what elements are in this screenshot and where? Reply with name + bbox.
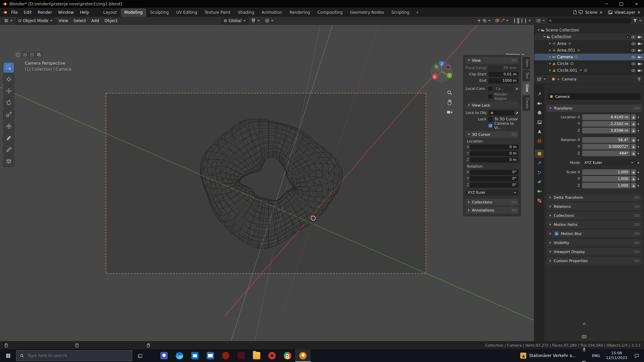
- hide-eye-icon[interactable]: [631, 48, 636, 53]
- shading-material-button[interactable]: [521, 18, 523, 24]
- shading-solid-button[interactable]: [517, 18, 520, 24]
- tool-select-box-button[interactable]: [3, 62, 14, 73]
- close-button[interactable]: ×: [629, 0, 644, 8]
- tool-scale-button[interactable]: [3, 109, 14, 120]
- app-adobe-dark-button[interactable]: [233, 349, 249, 362]
- n-panel-tab-view[interactable]: View: [523, 82, 530, 95]
- outliner-row-area-001[interactable]: Area.001: [534, 47, 644, 54]
- panel-grip[interactable]: [512, 209, 517, 212]
- lock-toggle[interactable]: [631, 121, 636, 127]
- mode-dropdown[interactable]: Object Mode: [16, 17, 55, 24]
- viewport-menu-select[interactable]: Select: [71, 17, 89, 25]
- viewlayer-selector[interactable]: ViewLayer: [614, 10, 636, 15]
- view-lock-header[interactable]: View Lock: [466, 102, 519, 109]
- viewport-3d[interactable]: Camera Perspective (1) Collection | Came…: [0, 25, 534, 341]
- animate-dot[interactable]: [636, 145, 641, 148]
- snap-toggle[interactable]: [249, 17, 262, 24]
- animate-dot[interactable]: [636, 184, 641, 187]
- disclosure-right-icon[interactable]: [548, 62, 552, 65]
- lock-toggle[interactable]: [631, 128, 636, 133]
- section-relations[interactable]: Relations: [546, 203, 642, 210]
- disclosure-right-icon[interactable]: [548, 49, 552, 52]
- gizmo-z-label[interactable]: Z: [441, 62, 443, 66]
- proportional-editing-toggle[interactable]: [263, 17, 276, 24]
- section-checkbox[interactable]: [554, 232, 558, 236]
- disable-render-icon[interactable]: [638, 42, 642, 46]
- lock-toggle[interactable]: [631, 150, 636, 156]
- tool-rotate-button[interactable]: [3, 98, 14, 108]
- unlink-scene-icon[interactable]: [599, 11, 603, 14]
- gizmo-x-label[interactable]: X: [434, 75, 436, 79]
- viewport-menu-add[interactable]: Add: [89, 17, 102, 25]
- lock-to-3d-cursor-checkbox[interactable]: [488, 117, 492, 121]
- workspace-tab-layout[interactable]: Layout: [100, 8, 121, 17]
- disable-render-icon[interactable]: [638, 35, 642, 39]
- rotation-x-field[interactable]: 56.4°: [582, 137, 630, 143]
- hide-eye-icon[interactable]: [631, 55, 636, 59]
- z-field[interactable]: 1.000: [582, 183, 630, 188]
- clear-icon[interactable]: [515, 87, 519, 90]
- annotations-section-header[interactable]: Annotations: [466, 207, 519, 214]
- lock-toggle[interactable]: [631, 176, 636, 182]
- gizmo-y-label[interactable]: Y: [448, 74, 450, 77]
- mode-field[interactable]: XYZ Euler: [582, 160, 636, 166]
- app-mail-button[interactable]: [203, 349, 218, 362]
- taskbar-search[interactable]: [16, 350, 132, 361]
- render-region-checkbox[interactable]: [488, 95, 492, 99]
- minimize-button[interactable]: [599, 0, 614, 8]
- tool-transform-button[interactable]: [3, 121, 14, 131]
- menu-edit[interactable]: Edit: [21, 8, 35, 17]
- add-workspace-button[interactable]: +: [413, 8, 422, 17]
- panel-grip[interactable]: [634, 205, 640, 208]
- animate-dot[interactable]: [636, 129, 641, 132]
- properties-tab-modifiers[interactable]: [535, 159, 544, 167]
- y-field[interactable]: 0.000072°: [582, 144, 630, 149]
- panel-grip[interactable]: [512, 201, 517, 204]
- panel-grip[interactable]: [634, 107, 640, 110]
- panel-grip[interactable]: [634, 250, 640, 253]
- z-field[interactable]: 484°: [582, 150, 630, 156]
- editor-type-button[interactable]: [2, 17, 15, 24]
- workspace-tab-sculpting[interactable]: Sculpting: [146, 8, 172, 17]
- tool-annotate-button[interactable]: [3, 133, 14, 143]
- properties-tab-physics[interactable]: [535, 178, 544, 186]
- action-center-button[interactable]: [631, 349, 643, 362]
- clip-end-field[interactable]: 1000 m: [488, 78, 519, 83]
- section-motion-paths[interactable]: Motion Paths: [546, 221, 642, 228]
- workspace-tab-geometry-nodes[interactable]: Geometry Nodes: [346, 8, 388, 17]
- animate-dot[interactable]: [636, 177, 641, 181]
- menu-help[interactable]: Help: [77, 8, 92, 17]
- animate-dot[interactable]: [636, 116, 641, 119]
- focal-length-field[interactable]: 50 mm: [488, 65, 519, 71]
- disable-render-icon[interactable]: [638, 68, 642, 73]
- animate-dot[interactable]: [636, 152, 641, 155]
- lock-toggle[interactable]: [631, 137, 636, 143]
- select-mode-intersect-icon[interactable]: [36, 52, 42, 58]
- tray-mic[interactable]: [580, 343, 589, 356]
- menu-window[interactable]: Window: [55, 8, 77, 17]
- tray-kbd[interactable]: [580, 330, 589, 343]
- panel-grip[interactable]: [634, 196, 640, 199]
- workspace-tab-uv-editing[interactable]: UV Editing: [172, 8, 201, 17]
- disclosure-right-icon[interactable]: [548, 55, 552, 59]
- hide-eye-icon[interactable]: [631, 35, 636, 39]
- properties-tab-render[interactable]: [535, 99, 544, 108]
- filter-icon[interactable]: [633, 18, 637, 23]
- app-recorder-button[interactable]: [264, 349, 280, 362]
- section-collections[interactable]: Collections: [546, 212, 642, 219]
- disclosure-right-icon[interactable]: [548, 42, 552, 45]
- section-custom-properties[interactable]: Custom Properties: [546, 257, 642, 264]
- lock-toggle[interactable]: [631, 169, 636, 175]
- hide-eye-icon[interactable]: [631, 42, 636, 46]
- show-gizmo-icon[interactable]: [477, 18, 481, 23]
- workspace-tab-scripting[interactable]: Scripting: [388, 8, 413, 17]
- chevron-down-icon[interactable]: [528, 19, 531, 22]
- news-widget[interactable]: ▲ Stationärer Verkehr a...: [517, 349, 579, 362]
- taskbar-search-input[interactable]: [27, 353, 128, 358]
- task-view-button[interactable]: [133, 349, 147, 362]
- properties-tab-world[interactable]: [535, 137, 544, 145]
- panel-grip[interactable]: [634, 241, 640, 244]
- properties-tab-object-data[interactable]: [535, 187, 544, 195]
- chevron-down-icon[interactable]: [488, 19, 491, 22]
- workspace-tab-animation[interactable]: Animation: [258, 8, 286, 17]
